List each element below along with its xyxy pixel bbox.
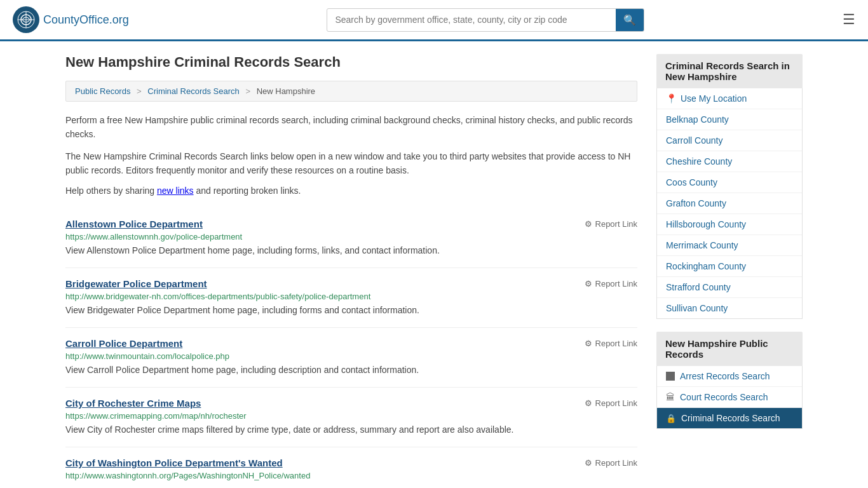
report-link-icon: ⚙ xyxy=(585,219,592,229)
result-url[interactable]: http://www.washingtonnh.org/Pages/Washin… xyxy=(65,471,637,480)
result-item: Bridgewater Police Department ⚙ Report L… xyxy=(65,268,637,328)
list-item-active[interactable]: 🔒 Criminal Records Search xyxy=(657,408,802,428)
report-link-icon: ⚙ xyxy=(585,458,592,468)
sidebar-section-public-records: New Hampshire Public Records Arrest Reco… xyxy=(656,332,803,429)
list-item[interactable]: 🏛 Court Records Search xyxy=(657,387,802,408)
lock-icon: 🔒 xyxy=(666,414,676,423)
sidebar-county-list: 📍 Use My Location Belknap County Carroll… xyxy=(656,88,803,319)
result-desc: View Allenstown Police Department home p… xyxy=(65,244,637,257)
square-icon xyxy=(666,372,675,381)
pin-icon: 📍 xyxy=(666,93,677,104)
list-item[interactable]: Rockingham County xyxy=(657,256,802,277)
hamburger-menu-icon[interactable]: ☰ xyxy=(843,11,855,28)
report-link-button[interactable]: ⚙ Report Link xyxy=(585,458,637,468)
result-desc: View Carroll Police Department home page… xyxy=(65,363,637,377)
result-url[interactable]: https://www.allenstownnh.gov/police-depa… xyxy=(65,232,637,241)
result-header: Allenstown Police Department ⚙ Report Li… xyxy=(65,219,637,229)
report-link-button[interactable]: ⚙ Report Link xyxy=(585,279,637,288)
sidebar-section-title: Criminal Records Search in New Hampshire xyxy=(656,54,803,88)
breadcrumb-sep-2: > xyxy=(245,86,250,96)
report-link-button[interactable]: ⚙ Report Link xyxy=(585,219,637,229)
county-link[interactable]: Carroll County xyxy=(666,135,722,146)
result-title[interactable]: City of Washington Police Department's W… xyxy=(65,458,283,468)
result-title[interactable]: Bridgewater Police Department xyxy=(65,278,207,289)
results-list: Allenstown Police Department ⚙ Report Li… xyxy=(65,208,637,488)
list-item[interactable]: Merrimack County xyxy=(657,235,802,256)
logo-icon xyxy=(13,6,39,33)
report-link-icon: ⚙ xyxy=(585,279,592,288)
main-container: New Hampshire Criminal Records Search Pu… xyxy=(53,41,815,488)
breadcrumb-link-criminal-records[interactable]: Criminal Records Search xyxy=(147,86,240,96)
search-bar: 🔍 xyxy=(327,8,644,32)
sidebar-use-location[interactable]: 📍 Use My Location xyxy=(657,88,802,109)
result-header: City of Rochester Crime Maps ⚙ Report Li… xyxy=(65,398,637,409)
county-link[interactable]: Grafton County xyxy=(666,198,726,208)
description-1: Perform a free New Hampshire public crim… xyxy=(65,113,637,142)
logo-county: CountyOffice xyxy=(43,13,109,26)
help-text: Help others by sharing new links and rep… xyxy=(65,186,637,196)
search-button[interactable]: 🔍 xyxy=(616,9,644,31)
result-item: City of Washington Police Department's W… xyxy=(65,447,637,488)
report-link-icon: ⚙ xyxy=(585,339,592,348)
list-item[interactable]: Sullivan County xyxy=(657,298,802,318)
result-item: City of Rochester Crime Maps ⚙ Report Li… xyxy=(65,388,637,447)
county-link[interactable]: Rockingham County xyxy=(666,261,746,271)
result-header: City of Washington Police Department's W… xyxy=(65,458,637,468)
breadcrumb: Public Records > Criminal Records Search… xyxy=(65,81,637,102)
report-link-button[interactable]: ⚙ Report Link xyxy=(585,398,637,408)
county-link[interactable]: Hillsborough County xyxy=(666,219,746,229)
county-link[interactable]: Merrimack County xyxy=(666,240,738,250)
page-title: New Hampshire Criminal Records Search xyxy=(65,54,637,71)
result-title[interactable]: City of Rochester Crime Maps xyxy=(65,398,201,409)
breadcrumb-current: New Hampshire xyxy=(257,86,315,96)
result-desc: View City of Rochester crime maps filter… xyxy=(65,423,637,437)
report-link-icon: ⚙ xyxy=(585,398,592,408)
sidebar-section2-title: New Hampshire Public Records xyxy=(656,332,803,366)
content-area: New Hampshire Criminal Records Search Pu… xyxy=(65,54,637,488)
result-title[interactable]: Allenstown Police Department xyxy=(65,219,203,229)
logo-text: CountyOffice.org xyxy=(43,13,129,27)
list-item[interactable]: Grafton County xyxy=(657,193,802,214)
result-item: Carroll Police Department ⚙ Report Link … xyxy=(65,328,637,388)
public-records-link[interactable]: Arrest Records Search xyxy=(680,371,770,381)
result-header: Carroll Police Department ⚙ Report Link xyxy=(65,338,637,349)
sidebar-public-records-list: Arrest Records Search 🏛 Court Records Se… xyxy=(656,366,803,429)
county-link[interactable]: Cheshire County xyxy=(666,156,732,166)
sidebar: Criminal Records Search in New Hampshire… xyxy=(656,54,803,488)
result-desc: View Bridgewater Police Department home … xyxy=(65,304,637,317)
breadcrumb-sep-1: > xyxy=(137,86,142,96)
breadcrumb-link-public-records[interactable]: Public Records xyxy=(75,86,130,96)
result-title[interactable]: Carroll Police Department xyxy=(65,338,182,349)
report-link-button[interactable]: ⚙ Report Link xyxy=(585,339,637,348)
building-icon: 🏛 xyxy=(666,392,675,402)
header: CountyOffice.org 🔍 ☰ xyxy=(0,0,868,41)
list-item[interactable]: Strafford County xyxy=(657,277,802,298)
county-link[interactable]: Sullivan County xyxy=(666,303,728,313)
search-input[interactable] xyxy=(327,10,616,30)
public-records-link[interactable]: Criminal Records Search xyxy=(681,413,780,423)
county-link[interactable]: Belknap County xyxy=(666,114,729,125)
county-link[interactable]: Coos County xyxy=(666,177,717,187)
public-records-link[interactable]: Court Records Search xyxy=(680,392,768,402)
logo-area: CountyOffice.org xyxy=(13,6,129,33)
list-item[interactable]: Arrest Records Search xyxy=(657,366,802,387)
result-header: Bridgewater Police Department ⚙ Report L… xyxy=(65,278,637,289)
sidebar-section-counties: Criminal Records Search in New Hampshire… xyxy=(656,54,803,319)
result-item: Allenstown Police Department ⚙ Report Li… xyxy=(65,208,637,268)
county-link[interactable]: Strafford County xyxy=(666,282,731,292)
list-item[interactable]: Coos County xyxy=(657,172,802,193)
new-links-link[interactable]: new links xyxy=(157,186,194,196)
result-url[interactable]: https://www.crimemapping.com/map/nh/roch… xyxy=(65,411,637,421)
result-url[interactable]: http://www.bridgewater-nh.com/offices-de… xyxy=(65,292,637,301)
use-location-link[interactable]: Use My Location xyxy=(681,93,747,104)
list-item[interactable]: Cheshire County xyxy=(657,151,802,172)
description-2: The New Hampshire Criminal Records Searc… xyxy=(65,149,637,178)
list-item[interactable]: Hillsborough County xyxy=(657,214,802,235)
result-url[interactable]: http://www.twinmountain.com/localpolice.… xyxy=(65,351,637,361)
list-item[interactable]: Belknap County xyxy=(657,109,802,130)
list-item[interactable]: Carroll County xyxy=(657,130,802,151)
